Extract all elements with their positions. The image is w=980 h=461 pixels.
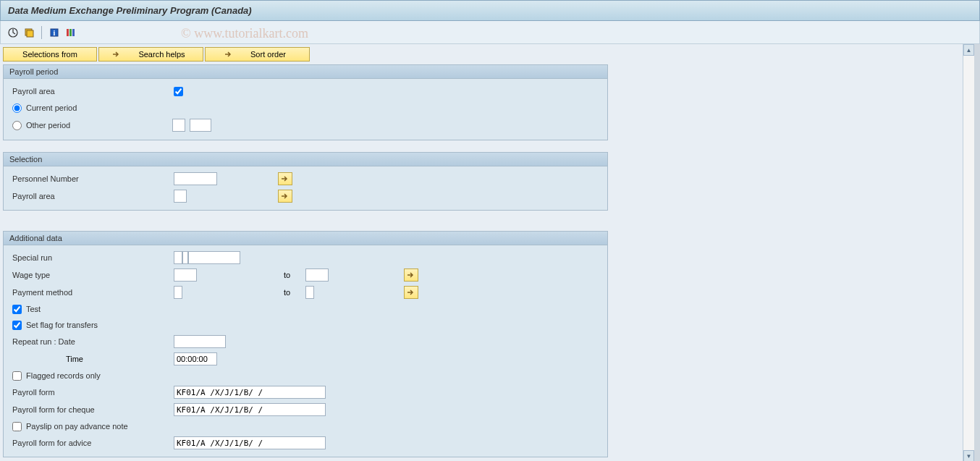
selection-button-row: Selections from Search helps Sort order: [3, 47, 948, 62]
to-label: to: [284, 271, 305, 279]
selections-from-button[interactable]: Selections from: [3, 47, 97, 62]
svg-rect-5: [67, 29, 69, 36]
arrow-right-icon: [281, 175, 290, 182]
payroll-area-multi-select-button[interactable]: [278, 190, 292, 203]
payroll-period-group: Payroll period Payroll area Current peri…: [3, 64, 608, 140]
payroll-form-label: Payroll form: [11, 388, 174, 397]
info-icon[interactable]: i: [48, 26, 61, 39]
flagged-only-label: Flagged records only: [26, 371, 101, 380]
payslip-advance-label: Payslip on pay advance note: [26, 422, 128, 431]
wage-type-to-input[interactable]: [305, 268, 329, 282]
payroll-form-input[interactable]: [174, 386, 326, 399]
repeat-run-date-input[interactable]: [174, 335, 226, 348]
toolbar-divider: [41, 26, 42, 39]
arrow-right-icon: [112, 51, 121, 58]
svg-text:i: i: [54, 29, 56, 37]
wage-type-label: Wage type: [11, 271, 174, 279]
payroll-form-advice-label: Payroll form for advice: [11, 439, 174, 447]
payroll-form-advice-input[interactable]: [174, 436, 326, 449]
other-period-label: Other period: [26, 121, 168, 130]
arrow-right-icon: [281, 193, 290, 200]
payroll-area-label: Payroll area: [11, 87, 174, 96]
special-run-label: Special run: [11, 253, 174, 262]
payroll-form-cheque-label: Payroll form for cheque: [11, 405, 174, 414]
test-checkbox[interactable]: [12, 305, 22, 314]
payroll-area-checkbox[interactable]: [174, 87, 183, 96]
content-area: Selections from Search helps Sort order …: [0, 44, 980, 461]
test-label: Test: [26, 305, 41, 313]
selection-group: Selection Personnel Number Payroll area: [3, 152, 608, 211]
button-label: Search helps: [138, 50, 185, 59]
wage-type-multi-button[interactable]: [404, 268, 418, 282]
svg-rect-2: [27, 30, 33, 37]
button-label: Sort order: [250, 50, 286, 59]
personnel-number-label: Personnel Number: [11, 174, 174, 183]
svg-rect-7: [72, 29, 75, 36]
current-period-label: Current period: [26, 103, 77, 112]
personnel-number-input[interactable]: [174, 172, 217, 185]
payment-method-multi-button[interactable]: [404, 286, 418, 299]
other-period-input-1[interactable]: [172, 119, 185, 132]
group-header: Payroll period: [4, 65, 607, 79]
special-run-input-3[interactable]: [188, 251, 240, 264]
set-flag-checkbox[interactable]: [12, 321, 22, 330]
payroll-area-sel-input[interactable]: [174, 190, 187, 203]
search-helps-button[interactable]: Search helps: [98, 47, 203, 62]
flagged-only-checkbox[interactable]: [12, 371, 22, 381]
group-header: Additional data: [4, 232, 607, 245]
scroll-up-arrow-icon[interactable]: ▲: [963, 44, 974, 56]
vertical-scrollbar[interactable]: ▲ ▼: [963, 44, 974, 461]
list-icon[interactable]: [64, 26, 77, 39]
set-flag-label: Set flag for transfers: [26, 321, 98, 329]
repeat-run-label: Repeat run : Date: [11, 337, 174, 346]
sort-order-button[interactable]: Sort order: [205, 47, 310, 62]
group-header: Selection: [4, 153, 607, 166]
payslip-advance-checkbox[interactable]: [12, 422, 22, 431]
to-label-2: to: [284, 288, 305, 297]
payment-method-from-input[interactable]: [174, 286, 182, 299]
scroll-track[interactable]: [963, 56, 974, 450]
personnel-multi-select-button[interactable]: [278, 172, 292, 185]
wage-type-from-input[interactable]: [174, 268, 197, 282]
time-label: Time: [11, 355, 98, 363]
title-bar: Data Medium Exchange Preliminary Program…: [0, 0, 980, 21]
svg-rect-6: [69, 29, 72, 36]
execute-icon[interactable]: [7, 26, 20, 39]
payment-method-label: Payment method: [11, 288, 174, 297]
other-period-radio[interactable]: [12, 121, 22, 130]
arrow-right-icon: [407, 289, 415, 296]
current-period-radio[interactable]: [12, 103, 22, 113]
arrow-right-icon: [224, 51, 233, 58]
window-border: [974, 44, 980, 461]
payroll-form-cheque-input[interactable]: [174, 403, 326, 416]
arrow-right-icon: [407, 271, 415, 279]
app-toolbar: i: [0, 21, 980, 44]
time-input[interactable]: [174, 352, 217, 365]
payment-method-to-input[interactable]: [305, 286, 314, 299]
special-run-input-1[interactable]: [174, 251, 182, 264]
variant-icon[interactable]: [22, 26, 35, 39]
scroll-down-arrow-icon[interactable]: ▼: [963, 450, 974, 461]
additional-data-group: Additional data Special run Wage type to…: [3, 231, 608, 457]
page-title: Data Medium Exchange Preliminary Program…: [8, 5, 252, 16]
other-period-input-2[interactable]: [190, 119, 211, 132]
special-run-input-2[interactable]: [182, 251, 188, 264]
button-label: Selections from: [22, 50, 77, 59]
payroll-area-sel-label: Payroll area: [11, 192, 174, 200]
